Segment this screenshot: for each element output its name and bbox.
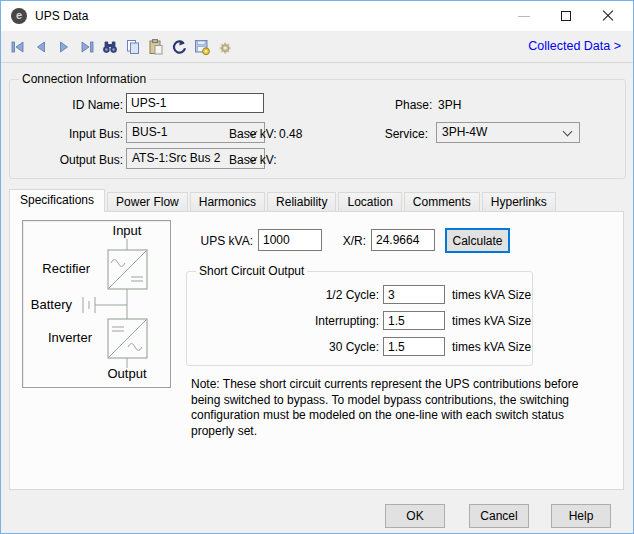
tab-reliability[interactable]: Reliability [267, 192, 336, 212]
last-record-icon[interactable] [78, 38, 96, 56]
next-record-icon[interactable] [55, 38, 73, 56]
half-cycle-input[interactable] [383, 285, 445, 304]
find-binoculars-icon[interactable] [101, 38, 119, 56]
id-name-label: ID Name: [31, 98, 123, 112]
tab-location[interactable]: Location [338, 192, 401, 212]
help-button[interactable]: Help [551, 504, 611, 528]
input-bus-value: BUS-1 [132, 125, 167, 139]
service-label: Service: [379, 127, 428, 141]
service-value: 3PH-4W [442, 125, 487, 139]
minimize-button [503, 1, 545, 31]
undo-icon[interactable] [170, 38, 188, 56]
thirty-cycle-suffix: times kVA Size [452, 340, 531, 354]
output-bus-value: ATS-1:Src Bus 2 [132, 151, 220, 165]
thirty-cycle-input[interactable] [383, 337, 445, 356]
half-cycle-suffix: times kVA Size [452, 288, 531, 302]
tab-comments[interactable]: Comments [404, 192, 480, 212]
title-bar[interactable]: e UPS Data [1, 1, 633, 31]
base-kv-output-label: Base kV: [229, 153, 277, 167]
half-cycle-label: 1/2 Cycle: [241, 288, 379, 302]
id-name-input[interactable] [126, 93, 264, 113]
interrupting-suffix: times kVA Size [452, 314, 531, 328]
ups-diagram: Input Rectifier Battery Inverter Output [22, 220, 171, 388]
cancel-button[interactable]: Cancel [469, 504, 529, 528]
collected-data-link[interactable]: Collected Data > [528, 39, 621, 53]
connection-information-legend: Connection Information [19, 72, 149, 86]
service-dropdown[interactable]: 3PH-4W [436, 122, 580, 143]
phase-label: Phase: [395, 98, 432, 112]
calculate-button[interactable]: Calculate [445, 228, 510, 253]
diagram-input-label: Input [103, 223, 151, 238]
base-kv-input-label: Base kV: [229, 127, 277, 141]
tab-power-flow[interactable]: Power Flow [107, 192, 188, 212]
record-toolbar: Collected Data > [1, 31, 633, 63]
base-kv-input-value: 0.48 [279, 127, 302, 141]
minimize-icon [518, 16, 530, 17]
diagram-rectifier-label: Rectifier [33, 261, 90, 276]
maximize-icon [561, 11, 571, 21]
interrupting-label: Interrupting: [241, 314, 379, 328]
ok-button[interactable]: OK [385, 504, 445, 528]
maximize-button[interactable] [545, 1, 587, 31]
settings-gear-icon[interactable] [216, 38, 234, 56]
ups-kva-label: UPS kVA: [179, 234, 253, 248]
diagram-output-label: Output [103, 366, 151, 381]
xr-label: X/R: [321, 234, 366, 248]
previous-record-icon[interactable] [32, 38, 50, 56]
thirty-cycle-label: 30 Cycle: [241, 340, 379, 354]
ups-kva-input[interactable] [258, 229, 322, 251]
short-circuit-output-legend: Short Circuit Output [196, 264, 307, 278]
paste-icon[interactable] [147, 38, 165, 56]
bypass-note-text: Note: These short circuit currents repre… [191, 377, 607, 439]
close-button[interactable] [587, 1, 629, 31]
ups-data-dialog: e UPS Data [0, 0, 634, 534]
diagram-battery-label: Battery [28, 297, 72, 312]
input-bus-label: Input Bus: [31, 127, 123, 141]
tab-strip: Specifications Power Flow Harmonics Reli… [9, 189, 558, 212]
tab-hyperlinks[interactable]: Hyperlinks [482, 192, 556, 212]
tab-harmonics[interactable]: Harmonics [190, 192, 265, 212]
xr-input[interactable] [371, 229, 435, 251]
window-title: UPS Data [35, 9, 88, 23]
tab-specifications[interactable]: Specifications [9, 189, 105, 212]
copy-icon[interactable] [124, 38, 142, 56]
first-record-icon[interactable] [9, 38, 27, 56]
app-logo-icon: e [11, 8, 27, 24]
save-settings-icon[interactable] [193, 38, 211, 56]
phase-value: 3PH [438, 98, 461, 112]
diagram-inverter-label: Inverter [35, 330, 92, 345]
output-bus-label: Output Bus: [31, 153, 123, 167]
interrupting-input[interactable] [383, 311, 445, 330]
